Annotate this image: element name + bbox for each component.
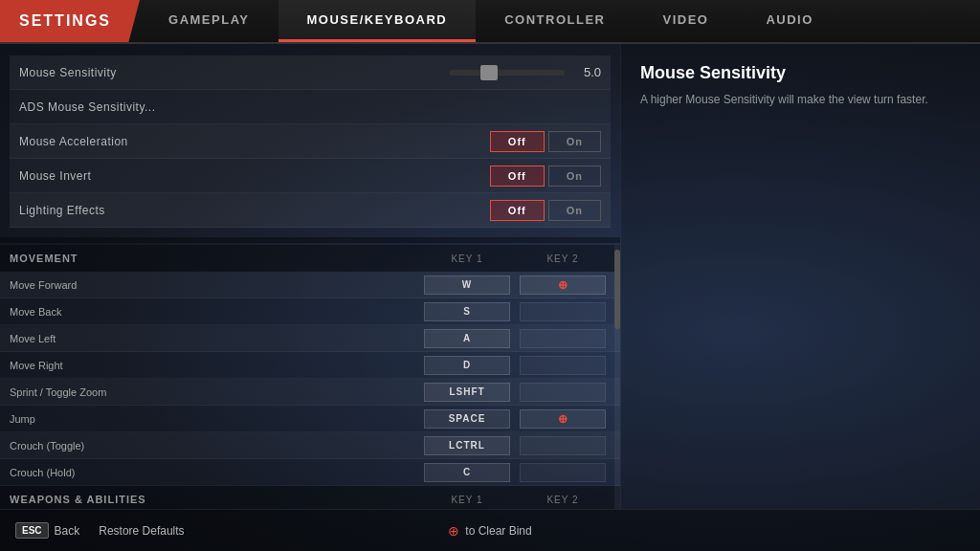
move-back-key1[interactable]: S xyxy=(424,302,510,321)
ads-sensitivity-row[interactable]: ADS Mouse Sensitivity... xyxy=(10,90,611,124)
movement-key1-header: KEY 1 xyxy=(419,253,515,264)
crouch-hold-key2[interactable] xyxy=(520,463,606,482)
keybind-move-left: Move Left A xyxy=(0,325,620,352)
move-right-key1[interactable]: D xyxy=(424,356,510,375)
crouch-hold-label: Crouch (Hold) xyxy=(10,467,419,478)
settings-title: SETTINGS xyxy=(0,0,140,42)
settings-panel: Mouse Sensitivity 5.0 ADS Mouse Sensitiv… xyxy=(0,44,620,509)
mouse-sensitivity-slider-container: 5.0 xyxy=(450,65,601,79)
mouse-settings-group: Mouse Sensitivity 5.0 ADS Mouse Sensitiv… xyxy=(0,55,620,228)
move-right-key2[interactable] xyxy=(520,356,606,375)
mouse-invert-on-btn[interactable]: On xyxy=(548,165,601,187)
move-forward-label: Move Forward xyxy=(10,279,419,291)
jump-label: Jump xyxy=(10,413,419,425)
move-back-label: Move Back xyxy=(10,306,419,318)
mouse-acceleration-label: Mouse Acceleration xyxy=(19,135,490,148)
tab-mouse-keyboard[interactable]: MOUSE/KEYBOARD xyxy=(278,0,477,42)
restore-defaults-label: Restore Defaults xyxy=(99,524,184,538)
main-content: Mouse Sensitivity 5.0 ADS Mouse Sensitiv… xyxy=(0,44,980,509)
clear-bind-hint: ⊕ to Clear Bind xyxy=(448,523,531,539)
mouse-acceleration-row: Mouse Acceleration Off On xyxy=(10,124,611,159)
lighting-effects-label: Lighting Effects xyxy=(19,204,490,217)
tab-audio[interactable]: AUDIO xyxy=(737,0,841,42)
info-panel: Mouse Sensitivity A higher Mouse Sensiti… xyxy=(620,44,980,509)
scrollbar[interactable] xyxy=(614,245,620,509)
movement-key2-header: KEY 2 xyxy=(515,253,611,264)
move-left-key1[interactable]: A xyxy=(424,329,510,348)
tab-video[interactable]: VIDEO xyxy=(634,0,737,42)
keybind-section: MOVEMENT KEY 1 KEY 2 Move Forward W ⊕ Mo… xyxy=(0,245,620,509)
move-forward-key2[interactable]: ⊕ xyxy=(520,276,606,295)
mouse-sensitivity-track[interactable] xyxy=(450,70,565,76)
esc-key-badge: ESC xyxy=(15,522,49,539)
weapons-key2-header: KEY 2 xyxy=(515,495,611,505)
top-navigation-bar: SETTINGS GAMEPLAY MOUSE/KEYBOARD CONTROL… xyxy=(0,0,980,44)
crouch-toggle-label: Crouch (Toggle) xyxy=(10,440,419,452)
mouse-sensitivity-value: 5.0 xyxy=(572,65,601,79)
back-label: Back xyxy=(55,524,80,538)
weapons-key1-header: KEY 1 xyxy=(419,495,515,505)
tab-controller[interactable]: CONTROLLER xyxy=(476,0,634,42)
sprint-key1[interactable]: LSHFT xyxy=(424,383,510,402)
jump-key2[interactable]: ⊕ xyxy=(520,409,606,429)
gamepad-icon-forward: ⊕ xyxy=(558,278,568,292)
movement-section-label: MOVEMENT xyxy=(10,253,419,264)
mouse-acceleration-controls: Off On xyxy=(490,131,601,152)
mouse-invert-off-btn[interactable]: Off xyxy=(490,165,545,187)
crouch-toggle-key1[interactable]: LCTRL xyxy=(424,436,510,455)
info-description: A higher Mouse Sensitivity will make the… xyxy=(640,91,961,108)
mouse-sensitivity-label: Mouse Sensitivity xyxy=(19,66,450,79)
sprint-label: Sprint / Toggle Zoom xyxy=(10,386,419,398)
clear-bind-text: to Clear Bind xyxy=(465,524,531,538)
movement-header: MOVEMENT KEY 1 KEY 2 xyxy=(0,245,620,272)
move-left-label: Move Left xyxy=(10,333,419,344)
lighting-effects-off-btn[interactable]: Off xyxy=(490,200,545,221)
mouse-sensitivity-controls: 5.0 xyxy=(450,65,601,79)
mouse-acceleration-off-btn[interactable]: Off xyxy=(490,131,545,152)
mouse-sensitivity-thumb[interactable] xyxy=(480,65,498,80)
scroll-thumb[interactable] xyxy=(614,250,620,329)
move-back-key2[interactable] xyxy=(520,302,606,321)
move-left-key2[interactable] xyxy=(520,329,606,348)
section-divider xyxy=(0,237,620,243)
gamepad-icon-jump: ⊕ xyxy=(558,412,568,426)
mouse-sensitivity-row: Mouse Sensitivity 5.0 xyxy=(10,55,611,90)
keybind-crouch-hold: Crouch (Hold) C xyxy=(0,459,620,486)
keybind-move-forward: Move Forward W ⊕ xyxy=(0,272,620,298)
bottom-bar: ESC Back Restore Defaults ⊕ to Clear Bin… xyxy=(0,509,980,551)
back-button[interactable]: ESC Back xyxy=(15,522,79,539)
weapons-section-label: WEAPONS & ABILITIES xyxy=(10,494,419,505)
keybind-move-right: Move Right D xyxy=(0,352,620,379)
keybind-crouch-toggle: Crouch (Toggle) LCTRL xyxy=(0,432,620,459)
keybind-sprint: Sprint / Toggle Zoom LSHFT xyxy=(0,379,620,406)
weapons-header: WEAPONS & ABILITIES KEY 1 KEY 2 xyxy=(0,486,620,509)
info-title: Mouse Sensitivity xyxy=(640,63,961,83)
tab-gameplay[interactable]: GAMEPLAY xyxy=(140,0,278,42)
nav-tabs: GAMEPLAY MOUSE/KEYBOARD CONTROLLER VIDEO… xyxy=(140,0,980,42)
lighting-effects-on-btn[interactable]: On xyxy=(548,200,601,221)
crouch-hold-key1[interactable]: C xyxy=(424,463,510,482)
jump-key1[interactable]: SPACE xyxy=(424,409,510,429)
bottom-left-controls: ESC Back Restore Defaults xyxy=(15,522,185,539)
restore-defaults-button[interactable]: Restore Defaults xyxy=(99,524,184,538)
lighting-effects-row: Lighting Effects Off On xyxy=(10,193,611,228)
clear-bind-icon: ⊕ xyxy=(448,523,459,539)
lighting-effects-controls: Off On xyxy=(490,200,601,221)
sprint-key2[interactable] xyxy=(520,383,606,402)
mouse-acceleration-on-btn[interactable]: On xyxy=(548,131,601,152)
mouse-invert-row: Mouse Invert Off On xyxy=(10,159,611,193)
keybind-move-back: Move Back S xyxy=(0,298,620,325)
mouse-invert-label: Mouse Invert xyxy=(19,169,490,183)
ads-sensitivity-label: ADS Mouse Sensitivity... xyxy=(19,100,601,114)
move-right-label: Move Right xyxy=(10,360,419,371)
keybind-jump: Jump SPACE ⊕ xyxy=(0,406,620,432)
move-forward-key1[interactable]: W xyxy=(424,276,510,295)
mouse-invert-controls: Off On xyxy=(490,165,601,187)
crouch-toggle-key2[interactable] xyxy=(520,436,606,455)
